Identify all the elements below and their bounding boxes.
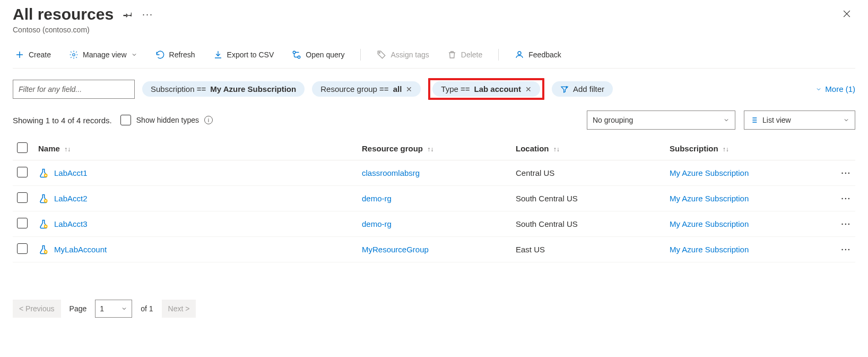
page-select[interactable]: 1 — [95, 300, 132, 318]
open-query-label: Open query — [306, 50, 344, 59]
lab-account-icon — [38, 244, 49, 255]
add-filter-button[interactable]: Add filter — [552, 81, 613, 97]
filter-rg-label: Resource group == — [320, 84, 388, 94]
location-value: South Central US — [516, 219, 578, 228]
grouping-select[interactable]: No grouping — [587, 110, 735, 130]
create-label: Create — [29, 50, 51, 59]
filter-subscription-value: My Azure Subscription — [210, 84, 296, 94]
delete-button: Delete — [445, 47, 484, 63]
column-header-name[interactable]: Name ↑↓ — [34, 137, 358, 160]
remove-filter-rg-icon[interactable]: ✕ — [406, 85, 412, 94]
manage-view-button[interactable]: Manage view — [67, 47, 140, 63]
sort-icon: ↑↓ — [723, 146, 729, 153]
lab-account-icon — [38, 193, 49, 204]
manage-view-label: Manage view — [83, 50, 127, 59]
feedback-label: Feedback — [528, 50, 561, 59]
more-filters-label: More (1) — [825, 84, 855, 94]
show-hidden-types-label: Show hidden types — [136, 116, 199, 124]
assign-tags-label: Assign tags — [390, 50, 429, 59]
column-header-subscription[interactable]: Subscription ↑↓ — [665, 137, 834, 160]
subscription-link[interactable]: My Azure Subscription — [670, 168, 749, 177]
filter-add-icon — [560, 85, 569, 94]
location-value: South Central US — [516, 194, 578, 203]
row-menu-button[interactable]: ··· — [834, 211, 855, 237]
export-csv-button[interactable]: Export to CSV — [211, 47, 276, 63]
page-title: All resources — [13, 5, 114, 23]
previous-page-button: < Previous — [13, 300, 61, 318]
chevron-down-icon — [723, 117, 730, 123]
resource-group-link[interactable]: MyResourceGroup — [362, 245, 429, 254]
export-csv-label: Export to CSV — [227, 50, 274, 59]
resource-group-link[interactable]: demo-rg — [362, 219, 392, 228]
close-button[interactable] — [838, 5, 855, 22]
pager: < Previous Page 1 of 1 Next > — [13, 300, 855, 318]
row-checkbox[interactable] — [17, 218, 28, 228]
filter-pill-type[interactable]: Type == Lab account ✕ — [432, 81, 540, 97]
refresh-icon — [155, 50, 165, 60]
filter-input[interactable] — [13, 80, 135, 99]
chevron-down-icon — [131, 52, 137, 58]
sort-icon: ↑↓ — [427, 146, 433, 153]
svg-point-4 — [518, 52, 521, 55]
more-icon[interactable]: ··· — [142, 9, 153, 20]
row-menu-button[interactable]: ··· — [834, 186, 855, 211]
gear-icon — [69, 50, 79, 60]
filter-type-value: Lab account — [474, 84, 521, 94]
location-value: Central US — [516, 168, 554, 177]
location-value: East US — [516, 245, 545, 254]
view-mode-value: List view — [762, 116, 791, 124]
feedback-icon — [515, 50, 524, 60]
row-menu-button[interactable]: ··· — [834, 160, 855, 186]
remove-filter-type-icon[interactable]: ✕ — [525, 85, 532, 94]
page-of-label: of 1 — [141, 304, 153, 313]
resource-name-link[interactable]: LabAcct1 — [54, 168, 88, 177]
svg-point-1 — [293, 51, 296, 54]
select-all-checkbox[interactable] — [17, 142, 28, 153]
more-filters-link[interactable]: More (1) — [815, 84, 855, 94]
subscription-link[interactable]: My Azure Subscription — [670, 245, 749, 254]
row-checkbox[interactable] — [17, 167, 28, 177]
page-value: 1 — [100, 304, 104, 313]
info-icon[interactable]: i — [204, 116, 213, 124]
filter-highlight-type: Type == Lab account ✕ — [428, 78, 544, 100]
toolbar-separator — [360, 49, 361, 61]
pin-icon[interactable] — [123, 10, 133, 19]
toolbar: Create Manage view Refresh Export to CSV… — [13, 47, 855, 69]
show-hidden-types-checkbox[interactable] — [120, 115, 131, 125]
table-row: MyLabAccountMyResourceGroupEast USMy Azu… — [13, 237, 855, 262]
column-header-location[interactable]: Location ↑↓ — [511, 137, 665, 160]
row-checkbox[interactable] — [17, 243, 28, 254]
subscription-link[interactable]: My Azure Subscription — [670, 194, 749, 203]
view-mode-select[interactable]: List view — [744, 110, 855, 130]
table-row: LabAcct1classroomlabsrgCentral USMy Azur… — [13, 160, 855, 186]
assign-tags-button: Assign tags — [375, 47, 431, 63]
resource-name-link[interactable]: LabAcct3 — [54, 219, 88, 228]
open-query-button[interactable]: Open query — [290, 47, 346, 63]
list-icon — [750, 116, 758, 124]
resource-name-link[interactable]: MyLabAccount — [54, 245, 107, 254]
sort-icon: ↑↓ — [64, 146, 71, 153]
delete-label: Delete — [461, 50, 482, 59]
create-button[interactable]: Create — [13, 47, 53, 63]
filter-pill-subscription[interactable]: Subscription == My Azure Subscription — [142, 81, 305, 97]
row-checkbox[interactable] — [17, 192, 28, 203]
refresh-button[interactable]: Refresh — [153, 47, 197, 63]
lab-account-icon — [38, 219, 49, 230]
resource-name-link[interactable]: LabAcct2 — [54, 194, 88, 203]
table-row: LabAcct2demo-rgSouth Central USMy Azure … — [13, 186, 855, 211]
feedback-button[interactable]: Feedback — [513, 47, 563, 63]
add-filter-label: Add filter — [573, 84, 604, 94]
subscription-link[interactable]: My Azure Subscription — [670, 219, 749, 228]
filter-type-label: Type == — [441, 84, 470, 94]
filter-pill-resource-group[interactable]: Resource group == all ✕ — [312, 81, 421, 97]
row-menu-button[interactable]: ··· — [834, 237, 855, 262]
plus-icon — [15, 50, 24, 60]
toolbar-separator-2 — [498, 49, 499, 61]
resource-group-link[interactable]: classroomlabsrg — [362, 168, 420, 177]
resource-group-link[interactable]: demo-rg — [362, 194, 392, 203]
svg-point-2 — [298, 56, 301, 58]
resource-table: Name ↑↓ Resource group ↑↓ Location ↑↓ Su… — [13, 137, 855, 262]
tag-icon — [377, 50, 386, 60]
column-header-resource-group[interactable]: Resource group ↑↓ — [358, 137, 511, 160]
filter-subscription-label: Subscription == — [151, 84, 206, 94]
